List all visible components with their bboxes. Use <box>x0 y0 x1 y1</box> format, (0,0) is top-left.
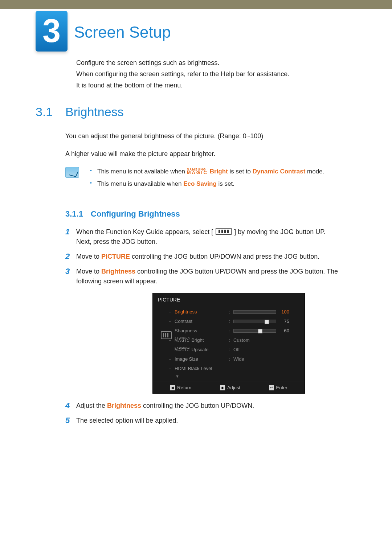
step2-picture: PICTURE <box>101 253 130 260</box>
osd-sharpness-bar <box>233 329 276 333</box>
note-block: This menu is not available when SAMSUNG … <box>65 167 341 191</box>
note2-post: is set. <box>219 180 234 187</box>
section-heading: 3.1 Brightness <box>36 103 392 121</box>
step-1: 1 When the Function Key Guide appears, s… <box>65 227 341 247</box>
intro-text: Configure the screen settings such as br… <box>76 58 345 90</box>
intro-line1: Configure the screen settings such as br… <box>76 58 345 68</box>
osd-category-icon <box>161 331 172 339</box>
osd-list: Brightness : 100 Contrast : 75 Sharpness… <box>175 307 299 379</box>
step1-pre: When the Function Key Guide appears, sel… <box>76 228 211 235</box>
osd-sharpness-value: 60 <box>279 327 289 335</box>
step3-pre: Move to <box>76 268 101 275</box>
step-3: 3 Move to Brightness controlling the JOG… <box>65 267 341 286</box>
intro-line2: When configuring the screen settings, re… <box>76 69 345 79</box>
osd-row-magic-bright: SAMSUNGMAGIC Bright : Custom <box>175 336 299 345</box>
osd-contrast-label: Contrast <box>175 318 229 325</box>
note2-eco: Eco Saving <box>183 180 217 187</box>
osd-foot-adjust: ◆Adjust <box>220 384 240 391</box>
osd-image-size-label: Image Size <box>175 356 229 363</box>
osd-foot-enter: ↵Enter <box>269 384 287 391</box>
step-num-2: 2 <box>65 252 76 262</box>
osd-brightness-value: 100 <box>279 308 289 316</box>
osd-row-sharpness: Sharpness : 60 <box>175 326 299 336</box>
osd-screenshot: PICTURE Brightness : 100 Contrast : <box>65 293 392 394</box>
osd-title: PICTURE <box>153 293 305 307</box>
note-item-1: This menu is not available when SAMSUNG … <box>90 167 324 176</box>
chapter-number: 3 <box>42 7 61 56</box>
osd-magic-bright-suffix: Bright <box>191 337 204 343</box>
osd-hdmi-black-label: HDMI Black Level <box>175 365 229 372</box>
body-p2: A higher value will make the picture app… <box>65 149 341 159</box>
osd-row-magic-upscale: SAMSUNGMAGIC Upscale : Off <box>175 345 299 354</box>
note1-dc: Dynamic Contrast <box>253 168 305 175</box>
note-bullets: This menu is not available when SAMSUNG … <box>90 167 324 191</box>
osd-foot-return: ◀Return <box>170 384 191 391</box>
section-body: You can adjust the general brightness of… <box>65 131 341 159</box>
step2-post: controlling the JOG button UP/DOWN and p… <box>132 253 319 260</box>
return-icon: ◀ <box>170 385 175 390</box>
osd-category-icon-col <box>158 307 175 379</box>
step4-post: controlling the JOG button UP/DOWN. <box>143 402 254 409</box>
step-4: 4 Adjust the Brightness controlling the … <box>65 401 341 411</box>
osd-magic-logo-1: SAMSUNGMAGIC <box>175 337 190 342</box>
osd-sharpness-label: Sharpness <box>175 327 229 335</box>
steps-list-cont: 4 Adjust the Brightness controlling the … <box>65 401 341 426</box>
step4-pre: Adjust the <box>76 402 107 409</box>
osd-brightness-bar <box>233 310 276 314</box>
osd-contrast-value: 75 <box>279 318 289 325</box>
note1-pre: This menu is not available when <box>97 168 187 175</box>
step4-brightness: Brightness <box>107 402 141 409</box>
body-p1: You can adjust the general brightness of… <box>65 131 341 141</box>
section-number: 3.1 <box>36 103 65 121</box>
intro-line3: It is found at the bottom of the menu. <box>76 81 345 90</box>
osd-magic-upscale-value: Off <box>233 346 240 353</box>
subsection-heading: 3.1.1 Configuring Brightness <box>65 208 392 220</box>
note1-post: mode. <box>307 168 324 175</box>
step-num-3: 3 <box>65 267 76 286</box>
samsung-magic-logo: SAMSUNG MAGIC <box>187 168 208 175</box>
osd-panel: PICTURE Brightness : 100 Contrast : <box>152 293 305 394</box>
osd-footer: ◀Return ◆Adjust ↵Enter <box>153 382 305 394</box>
osd-image-size-value: Wide <box>233 356 244 363</box>
note1-mid: is set to <box>230 168 253 175</box>
step2-pre: Move to <box>76 253 101 260</box>
step5-text: The selected option will be applied. <box>76 416 178 426</box>
osd-row-contrast: Contrast : 75 <box>175 317 299 326</box>
step-5: 5 The selected option will be applied. <box>65 416 341 426</box>
osd-row-brightness: Brightness : 100 <box>175 307 299 317</box>
note2-pre: This menu is unavailable when <box>97 180 183 187</box>
chapter-badge: 3 <box>36 11 68 52</box>
osd-row-image-size: Image Size : Wide <box>175 354 299 364</box>
subsection-number: 3.1.1 <box>65 208 91 220</box>
adjust-icon: ◆ <box>220 385 225 390</box>
steps-list: 1 When the Function Key Guide appears, s… <box>65 227 341 286</box>
magic-text: MAGIC <box>187 171 208 175</box>
step-num-4: 4 <box>65 401 76 411</box>
osd-magic-logo-2: SAMSUNGMAGIC <box>175 347 190 352</box>
osd-row-hdmi-black: HDMI Black Level <box>175 364 299 373</box>
enter-icon: ↵ <box>269 385 274 390</box>
note1-bright: Bright <box>210 168 228 175</box>
note-icon <box>65 167 79 178</box>
osd-magic-bright-value: Custom <box>233 337 250 344</box>
osd-magic-upscale-suffix: Upscale <box>191 347 208 352</box>
osd-brightness-label: Brightness <box>175 308 229 316</box>
step-num-1: 1 <box>65 227 76 247</box>
note-item-2: This menu is unavailable when Eco Saving… <box>90 179 324 189</box>
osd-contrast-bar <box>233 320 276 323</box>
step-num-5: 5 <box>65 416 76 426</box>
step-2: 2 Move to PICTURE controlling the JOG bu… <box>65 252 341 262</box>
chapter-title: Screen Setup <box>74 20 171 44</box>
step3-brightness: Brightness <box>101 268 135 275</box>
osd-down-arrow: ▼ <box>175 373 299 379</box>
chapter-header: 3 Screen Setup <box>0 11 392 52</box>
menu-icon <box>216 228 232 235</box>
section-title: Brightness <box>65 103 124 121</box>
subsection-title: Configuring Brightness <box>91 208 180 220</box>
